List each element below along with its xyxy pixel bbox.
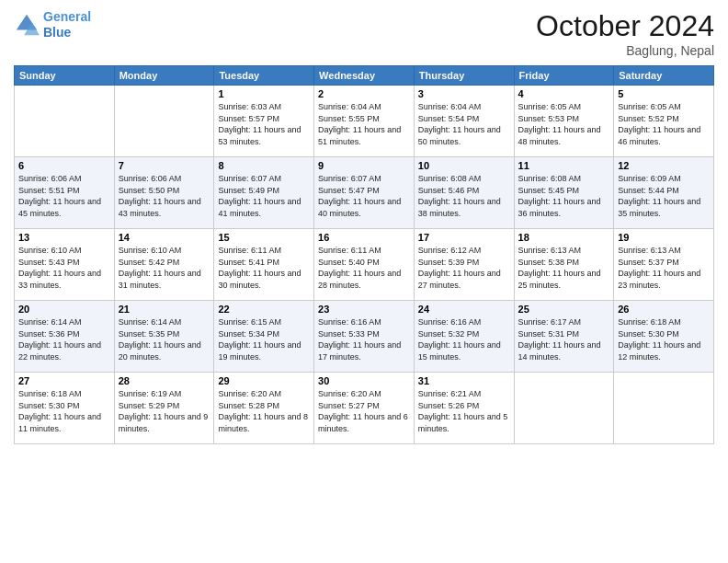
day-info: Sunrise: 6:16 AMSunset: 5:32 PMDaylight:… bbox=[418, 316, 510, 362]
day-cell: 14Sunrise: 6:10 AMSunset: 5:42 PMDayligh… bbox=[114, 229, 214, 301]
day-info: Sunrise: 6:07 AMSunset: 5:49 PMDaylight:… bbox=[218, 173, 310, 219]
day-number: 5 bbox=[618, 88, 710, 99]
day-number: 30 bbox=[318, 375, 410, 386]
day-header-thursday: Thursday bbox=[414, 66, 514, 86]
page-header: General Blue October 2024 Baglung, Nepal bbox=[14, 9, 714, 58]
day-number: 10 bbox=[418, 160, 510, 171]
day-number: 16 bbox=[318, 232, 410, 243]
day-number: 11 bbox=[518, 160, 610, 171]
day-cell: 30Sunrise: 6:20 AMSunset: 5:27 PMDayligh… bbox=[314, 373, 415, 444]
day-number: 1 bbox=[218, 88, 310, 99]
day-info: Sunrise: 6:10 AMSunset: 5:43 PMDaylight:… bbox=[18, 245, 110, 291]
day-number: 17 bbox=[418, 232, 510, 243]
day-number: 29 bbox=[218, 375, 310, 386]
day-cell: 15Sunrise: 6:11 AMSunset: 5:41 PMDayligh… bbox=[214, 229, 314, 301]
day-info: Sunrise: 6:14 AMSunset: 5:36 PMDaylight:… bbox=[18, 316, 110, 362]
day-number: 18 bbox=[518, 232, 610, 243]
day-cell: 26Sunrise: 6:18 AMSunset: 5:30 PMDayligh… bbox=[614, 301, 714, 373]
day-info: Sunrise: 6:15 AMSunset: 5:34 PMDaylight:… bbox=[218, 316, 310, 362]
day-info: Sunrise: 6:12 AMSunset: 5:39 PMDaylight:… bbox=[418, 245, 510, 291]
day-cell: 19Sunrise: 6:13 AMSunset: 5:37 PMDayligh… bbox=[614, 229, 714, 301]
day-cell: 25Sunrise: 6:17 AMSunset: 5:31 PMDayligh… bbox=[514, 301, 614, 373]
day-number: 21 bbox=[119, 304, 210, 315]
logo: General Blue bbox=[14, 9, 91, 40]
day-number: 14 bbox=[119, 232, 210, 243]
day-cell: 3Sunrise: 6:04 AMSunset: 5:54 PMDaylight… bbox=[414, 86, 514, 157]
day-cell: 27Sunrise: 6:18 AMSunset: 5:30 PMDayligh… bbox=[15, 373, 115, 444]
day-info: Sunrise: 6:20 AMSunset: 5:27 PMDaylight:… bbox=[318, 388, 410, 434]
day-info: Sunrise: 6:19 AMSunset: 5:29 PMDaylight:… bbox=[119, 388, 210, 434]
month-title: October 2024 bbox=[536, 9, 714, 43]
day-cell bbox=[514, 373, 614, 444]
day-header-sunday: Sunday bbox=[15, 66, 115, 86]
day-cell: 29Sunrise: 6:20 AMSunset: 5:28 PMDayligh… bbox=[214, 373, 314, 444]
day-number: 12 bbox=[618, 160, 710, 171]
week-row-5: 27Sunrise: 6:18 AMSunset: 5:30 PMDayligh… bbox=[15, 373, 714, 444]
day-number: 15 bbox=[218, 232, 310, 243]
logo-icon bbox=[14, 12, 40, 38]
day-cell: 22Sunrise: 6:15 AMSunset: 5:34 PMDayligh… bbox=[214, 301, 314, 373]
day-number: 13 bbox=[18, 232, 110, 243]
day-number: 24 bbox=[418, 304, 510, 315]
day-cell: 13Sunrise: 6:10 AMSunset: 5:43 PMDayligh… bbox=[15, 229, 115, 301]
day-cell bbox=[114, 86, 214, 157]
day-number: 9 bbox=[318, 160, 410, 171]
day-info: Sunrise: 6:13 AMSunset: 5:37 PMDaylight:… bbox=[618, 245, 710, 291]
day-info: Sunrise: 6:11 AMSunset: 5:41 PMDaylight:… bbox=[218, 245, 310, 291]
logo-line1: General bbox=[43, 9, 91, 24]
day-info: Sunrise: 6:06 AMSunset: 5:50 PMDaylight:… bbox=[119, 173, 210, 219]
day-info: Sunrise: 6:04 AMSunset: 5:54 PMDaylight:… bbox=[418, 101, 510, 147]
day-info: Sunrise: 6:10 AMSunset: 5:42 PMDaylight:… bbox=[119, 245, 210, 291]
day-header-monday: Monday bbox=[114, 66, 214, 86]
day-number: 31 bbox=[418, 375, 510, 386]
day-info: Sunrise: 6:18 AMSunset: 5:30 PMDaylight:… bbox=[18, 388, 110, 434]
day-cell: 16Sunrise: 6:11 AMSunset: 5:40 PMDayligh… bbox=[314, 229, 415, 301]
title-block: October 2024 Baglung, Nepal bbox=[536, 9, 714, 58]
logo-text: General Blue bbox=[43, 9, 91, 40]
day-cell: 10Sunrise: 6:08 AMSunset: 5:46 PMDayligh… bbox=[414, 157, 514, 229]
week-row-3: 13Sunrise: 6:10 AMSunset: 5:43 PMDayligh… bbox=[15, 229, 714, 301]
day-cell: 31Sunrise: 6:21 AMSunset: 5:26 PMDayligh… bbox=[414, 373, 514, 444]
day-cell: 2Sunrise: 6:04 AMSunset: 5:55 PMDaylight… bbox=[314, 86, 415, 157]
day-info: Sunrise: 6:03 AMSunset: 5:57 PMDaylight:… bbox=[218, 101, 310, 147]
week-row-2: 6Sunrise: 6:06 AMSunset: 5:51 PMDaylight… bbox=[15, 157, 714, 229]
day-number: 2 bbox=[318, 88, 410, 99]
day-cell: 11Sunrise: 6:08 AMSunset: 5:45 PMDayligh… bbox=[514, 157, 614, 229]
day-cell: 12Sunrise: 6:09 AMSunset: 5:44 PMDayligh… bbox=[614, 157, 714, 229]
day-info: Sunrise: 6:05 AMSunset: 5:52 PMDaylight:… bbox=[618, 101, 710, 147]
day-header-wednesday: Wednesday bbox=[314, 66, 415, 86]
day-info: Sunrise: 6:06 AMSunset: 5:51 PMDaylight:… bbox=[18, 173, 110, 219]
day-cell: 17Sunrise: 6:12 AMSunset: 5:39 PMDayligh… bbox=[414, 229, 514, 301]
day-number: 20 bbox=[18, 304, 110, 315]
day-cell: 8Sunrise: 6:07 AMSunset: 5:49 PMDaylight… bbox=[214, 157, 314, 229]
day-cell: 1Sunrise: 6:03 AMSunset: 5:57 PMDaylight… bbox=[214, 86, 314, 157]
day-number: 3 bbox=[418, 88, 510, 99]
day-cell: 20Sunrise: 6:14 AMSunset: 5:36 PMDayligh… bbox=[15, 301, 115, 373]
day-info: Sunrise: 6:14 AMSunset: 5:35 PMDaylight:… bbox=[119, 316, 210, 362]
week-row-4: 20Sunrise: 6:14 AMSunset: 5:36 PMDayligh… bbox=[15, 301, 714, 373]
day-info: Sunrise: 6:16 AMSunset: 5:33 PMDaylight:… bbox=[318, 316, 410, 362]
day-cell: 18Sunrise: 6:13 AMSunset: 5:38 PMDayligh… bbox=[514, 229, 614, 301]
calendar-page: General Blue October 2024 Baglung, Nepal… bbox=[0, 0, 728, 563]
day-cell: 4Sunrise: 6:05 AMSunset: 5:53 PMDaylight… bbox=[514, 86, 614, 157]
day-info: Sunrise: 6:17 AMSunset: 5:31 PMDaylight:… bbox=[518, 316, 610, 362]
day-cell: 6Sunrise: 6:06 AMSunset: 5:51 PMDaylight… bbox=[15, 157, 115, 229]
day-number: 7 bbox=[119, 160, 210, 171]
day-cell: 23Sunrise: 6:16 AMSunset: 5:33 PMDayligh… bbox=[314, 301, 415, 373]
calendar-table: SundayMondayTuesdayWednesdayThursdayFrid… bbox=[14, 65, 714, 444]
day-info: Sunrise: 6:08 AMSunset: 5:45 PMDaylight:… bbox=[518, 173, 610, 219]
day-info: Sunrise: 6:11 AMSunset: 5:40 PMDaylight:… bbox=[318, 245, 410, 291]
logo-line2: Blue bbox=[43, 25, 71, 40]
day-cell: 24Sunrise: 6:16 AMSunset: 5:32 PMDayligh… bbox=[414, 301, 514, 373]
day-cell: 9Sunrise: 6:07 AMSunset: 5:47 PMDaylight… bbox=[314, 157, 415, 229]
day-number: 28 bbox=[119, 375, 210, 386]
day-info: Sunrise: 6:13 AMSunset: 5:38 PMDaylight:… bbox=[518, 245, 610, 291]
day-cell bbox=[15, 86, 115, 157]
day-cell: 28Sunrise: 6:19 AMSunset: 5:29 PMDayligh… bbox=[114, 373, 214, 444]
day-cell: 7Sunrise: 6:06 AMSunset: 5:50 PMDaylight… bbox=[114, 157, 214, 229]
day-cell bbox=[614, 373, 714, 444]
day-number: 25 bbox=[518, 304, 610, 315]
week-row-1: 1Sunrise: 6:03 AMSunset: 5:57 PMDaylight… bbox=[15, 86, 714, 157]
day-info: Sunrise: 6:07 AMSunset: 5:47 PMDaylight:… bbox=[318, 173, 410, 219]
day-number: 19 bbox=[618, 232, 710, 243]
